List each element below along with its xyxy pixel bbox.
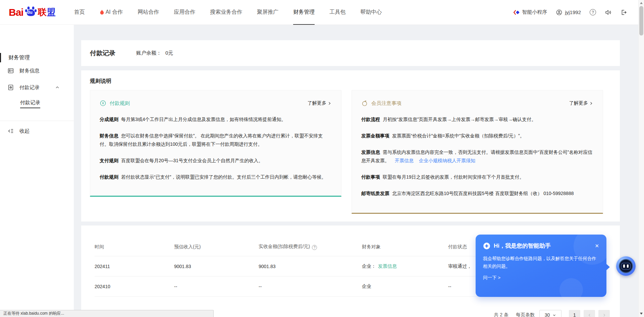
sidebar-item-label: 付款记录 [19, 84, 40, 91]
nav-right-tools: 智能小程序 jyj1992 ? [513, 9, 627, 16]
card-title: 付款规则 [110, 100, 130, 107]
next-page-button[interactable] [598, 310, 610, 317]
flame-icon [100, 9, 104, 15]
scroll-up-arrow[interactable] [640, 2, 643, 4]
cell-time: 202411 [95, 264, 174, 269]
page-size-select[interactable]: 30 [539, 310, 561, 317]
assistant-title: Hi，我是您的智能助手 [494, 242, 551, 250]
rule-paragraph: 发票信息需与系统内发票信息内容完全一致，否则无法支付。请根据发票信息页面中“百度… [361, 148, 593, 165]
column-header-received-label: 实收金额(扣除税费后/元) [259, 244, 310, 249]
rule-label: 付款事项 [361, 174, 380, 180]
user-icon [556, 9, 562, 16]
nav-item-website-cooperation[interactable]: 网站合作 [138, 0, 159, 25]
learn-more-label: 了解更多 [308, 100, 326, 106]
question-circle-icon[interactable]: ? [312, 245, 317, 250]
nav-item-finance-management[interactable]: 财务管理 [293, 0, 315, 25]
card-title: 会员注意事项 [371, 100, 401, 107]
scrollbar-thumb[interactable] [639, 6, 643, 36]
baidu-union-logo[interactable]: Bai du 联盟 [9, 5, 56, 20]
cell-received: 9001.83 [259, 264, 362, 269]
invoice-info-link[interactable]: 开票信息 [395, 158, 414, 163]
rule-paragraph: 邮寄纸质发票北京市海淀区西北旺东路10号院百度科技园5号楼 百度联盟财务组（收）… [361, 189, 593, 198]
compass-icon [483, 242, 490, 250]
page-title: 付款记录 [90, 49, 115, 58]
rules-panel: 规则说明 ¥ 付款规则 了解更多 分成规则每月第3或4个工作日产出上月分成信息及… [81, 70, 620, 221]
small-taxpayer-notice-link[interactable]: 企业小规模纳税人开票须知 [419, 158, 475, 163]
sound-button[interactable] [605, 9, 612, 16]
pagination-total: 共 2 条 [494, 312, 508, 317]
rule-label: 发票信息 [361, 149, 380, 155]
baidu-paw-icon: du [24, 5, 38, 18]
rule-paragraph: 分成规则每月第3或4个工作日产出上月分成信息及发票信息，如有特殊情况将提前通知。 [100, 115, 332, 124]
rule-label: 付款流程 [361, 117, 380, 122]
user-menu[interactable]: jyj1992 [556, 9, 581, 16]
logo-union-char-1: 联 [38, 7, 47, 17]
chevron-right-icon [327, 101, 332, 106]
browser-status-bar: 正在等待 xlab.baidu.com 的响应... [0, 310, 214, 317]
chevron-up-icon [55, 85, 60, 90]
rules-cards: ¥ 付款规则 了解更多 分成规则每月第3或4个工作日产出上月分成信息及发票信息，… [90, 90, 611, 214]
page-number-button[interactable]: 1 [569, 310, 580, 317]
assistant-message: 我会帮助您诊断合作链路问题，以及解答您关于任何合作相关的问题。 [483, 255, 599, 270]
logo-text-du: du [27, 10, 33, 15]
close-icon[interactable]: ✕ [595, 243, 599, 248]
page-size-value: 30 [545, 312, 550, 317]
svg-text:¥: ¥ [102, 102, 104, 105]
chevron-left-icon [587, 313, 592, 317]
nav-item-home[interactable]: 首页 [74, 0, 85, 25]
nav-item-help-center[interactable]: 帮助中心 [360, 0, 382, 25]
sidebar-item-label: 财务信息 [19, 68, 40, 74]
cell-estimated: -- [174, 284, 259, 289]
top-nav: Bai du 联盟 首页 AI 合作 网站合作 应用合作 搜索业务合作 聚屏推广 [0, 0, 644, 25]
vertical-scrollbar[interactable] [638, 0, 644, 317]
page-size-label: 每页条数 [516, 312, 535, 317]
sidebar-title-finance-management[interactable]: 财务管理 [0, 53, 74, 62]
nav-item-screen-promotion[interactable]: 聚屏推广 [257, 0, 278, 25]
scroll-down-arrow[interactable] [640, 313, 643, 315]
sidebar-subitem-label: 付款记录 [20, 100, 40, 108]
rule-label: 财务信息 [100, 133, 118, 138]
learn-more-link[interactable]: 了解更多 [308, 100, 332, 106]
balance-value: 0元 [165, 50, 173, 56]
cell-finance-object: 企业 [362, 283, 448, 290]
learn-more-label: 了解更多 [569, 100, 588, 106]
rule-text: 百度联盟会在每月20号—31号支付企业会员上个自然月产生的收入。 [121, 158, 263, 163]
collapse-icon [7, 128, 14, 134]
ask-assistant-link[interactable]: 问一下 > [483, 275, 500, 281]
rule-label: 发票金额事项 [361, 133, 389, 138]
learn-more-link[interactable]: 了解更多 [569, 100, 593, 106]
card-header: 会员注意事项 了解更多 [361, 99, 593, 107]
sidebar-item-payment-records[interactable]: 付款记录 [0, 79, 74, 96]
nav-item-ai-cooperation[interactable]: AI 合作 [100, 0, 123, 25]
nav-item-ai-label: AI 合作 [106, 9, 123, 16]
assistant-robot-button[interactable] [616, 256, 636, 276]
payment-rules-card: ¥ 付款规则 了解更多 分成规则每月第3或4个工作日产出上月分成信息及发票信息，… [90, 90, 341, 197]
prev-page-button[interactable] [584, 310, 595, 317]
column-header-received: 实收金额(扣除税费后/元)? [259, 244, 362, 250]
logo-text-union: 联盟 [38, 6, 56, 18]
finance-object-label: 企业： [362, 263, 376, 269]
column-header-finance-object: 财务对象 [362, 244, 448, 250]
sidebar-collapse-button[interactable]: 收起 [0, 121, 74, 141]
rule-paragraph: 付款事项联盟在每月19日之后签收的发票，付款时间安排在下个月首批支付。 [361, 173, 593, 181]
nav-item-toolkit[interactable]: 工具包 [329, 0, 345, 25]
help-icon: ? [590, 9, 596, 15]
sidebar-item-finance-info[interactable]: 财务信息 [0, 62, 74, 79]
nav-item-app-cooperation[interactable]: 应用合作 [174, 0, 195, 25]
cell-received: -- [259, 284, 362, 289]
mini-program-icon [513, 9, 520, 16]
nav-item-search-cooperation[interactable]: 搜索业务合作 [210, 0, 242, 25]
help-button[interactable]: ? [590, 9, 596, 15]
speaker-icon [605, 9, 612, 16]
balance-label: 账户余额： [136, 50, 161, 56]
rule-paragraph: 财务信息您可以在财务信息中选择“保留付款”。 在此期间您产生的收入将在账户内进行… [100, 132, 332, 148]
robot-face-icon [619, 259, 633, 273]
invoice-info-cell-link[interactable]: 发票信息 [378, 263, 397, 269]
coin-icon: ¥ [100, 100, 106, 107]
mini-program-label: 智能小程序 [522, 9, 547, 15]
logout-button[interactable] [621, 9, 627, 16]
sidebar-collapse-label: 收起 [19, 128, 30, 134]
member-notes-card: 会员注意事项 了解更多 付款流程月初按“发票信息”页面开具发票→上传发票→邮寄发… [352, 90, 603, 214]
sidebar-subitem-payment-records[interactable]: 付款记录 [0, 96, 74, 112]
smart-mini-program-link[interactable]: 智能小程序 [513, 9, 547, 16]
